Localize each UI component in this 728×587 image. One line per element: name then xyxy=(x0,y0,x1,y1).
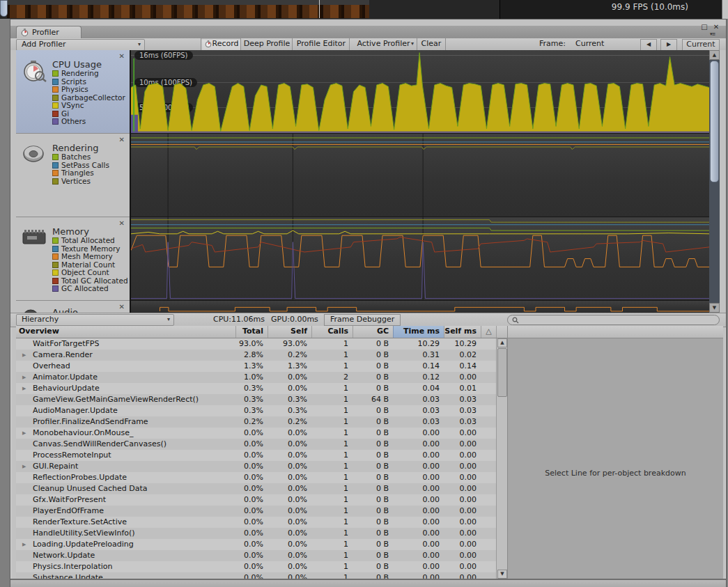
table-row[interactable]: ReflectionProbes.Update0.0%0.0%10 B0.000… xyxy=(16,472,496,483)
row-name: Loading.UpdatePreloading xyxy=(33,539,228,550)
row-time-ms: 0.12 xyxy=(393,372,444,383)
expand-arrow-icon[interactable]: ▶ xyxy=(22,539,31,550)
table-row[interactable]: ▶Animator.Update1.0%0.0%20 B0.120.00 xyxy=(16,372,496,383)
column-header-self-ms[interactable]: Self ms xyxy=(444,326,481,338)
sort-triangle-icon[interactable]: △ xyxy=(481,326,496,338)
row-self-ms: 0.00 xyxy=(444,494,481,506)
table-row[interactable]: Overhead1.3%1.3%10 B0.140.14 xyxy=(16,361,496,372)
close-icon[interactable]: ✕ xyxy=(119,303,125,311)
current-frame-button[interactable]: Current xyxy=(682,39,720,51)
row-calls: 1 xyxy=(311,461,353,472)
add-profiler-dropdown[interactable]: Add Profiler ▾ xyxy=(16,39,145,51)
row-calls: 1 xyxy=(311,439,353,450)
profile-editor-button[interactable]: Profile Editor xyxy=(292,38,350,50)
table-row[interactable]: ▶BehaviourUpdate0.3%0.0%10 B0.040.01 xyxy=(16,383,496,394)
charts-scrollbar[interactable]: ▲ ▼ xyxy=(709,50,720,313)
table-row[interactable]: ▶Monobehaviour.OnMouse_0.0%0.0%10 B0.000… xyxy=(16,428,496,439)
record-button[interactable]: Record xyxy=(201,38,242,50)
hierarchy-dropdown[interactable]: Hierarchy ▾ xyxy=(16,314,174,326)
column-header-calls[interactable]: Calls xyxy=(311,326,353,338)
legend-label: VSync xyxy=(61,101,84,109)
window-bottom-strip xyxy=(10,579,726,587)
active-profiler-dropdown[interactable]: Active Profiler ▾ xyxy=(349,38,418,50)
table-row[interactable]: Profiler.FinalizeAndSendFrame0.2%0.2%10 … xyxy=(16,416,496,428)
table-row[interactable]: AudioManager.Update0.3%0.3%10 B0.030.03 xyxy=(16,405,496,416)
clear-button[interactable]: Clear xyxy=(417,38,446,50)
search-icon xyxy=(512,317,519,324)
table-row[interactable]: ProcessRemoteInput0.0%0.0%10 B0.000.00 xyxy=(16,450,496,461)
table-row[interactable]: ▶Loading.UpdatePreloading0.0%0.0%10 B0.0… xyxy=(16,539,496,550)
cpu-chart[interactable]: 16ms (60FPS) 10ms (100FPS) 5ms (200FPS) xyxy=(131,50,709,133)
table-row[interactable]: GameView.GetMainGameViewRenderRect()0.3%… xyxy=(16,394,496,405)
expand-arrow-icon[interactable]: ▶ xyxy=(22,372,31,383)
row-calls: 1 xyxy=(311,405,353,416)
row-self-ms: 0.00 xyxy=(444,572,481,579)
scroll-up-icon[interactable]: ▲ xyxy=(709,50,720,60)
row-self: 0.0% xyxy=(268,450,311,461)
column-header-overview[interactable]: Overview xyxy=(16,326,235,338)
rendering-chart[interactable] xyxy=(131,134,709,217)
sidebar-panel-memory[interactable]: Memory ✕ Total AllocatedTexture MemoryMe… xyxy=(16,217,130,301)
table-row[interactable]: WaitForTargetFPS93.0%93.0%10 B10.2910.29 xyxy=(16,338,496,350)
close-icon[interactable]: ✕ xyxy=(119,52,125,60)
column-header-gc-alloc[interactable]: GC Alloc xyxy=(353,326,393,338)
expand-arrow-icon[interactable]: ▶ xyxy=(22,461,31,472)
sidebar-panel-rendering[interactable]: Rendering ✕ BatchesSetPass CallsTriangle… xyxy=(16,134,130,217)
table-scrollbar[interactable]: ▲ ▼ xyxy=(496,338,507,579)
column-header-total[interactable]: Total xyxy=(235,326,268,338)
sidebar-panel-audio[interactable]: Audio ✕ xyxy=(16,301,130,313)
table-row[interactable]: RenderTexture.SetActive0.0%0.0%10 B0.000… xyxy=(16,517,496,528)
tab-profiler[interactable]: Profiler xyxy=(16,26,82,39)
gpu-time-text: GPU:0.00ms xyxy=(271,315,318,324)
close-icon[interactable]: ✕ xyxy=(119,136,125,143)
column-header-self[interactable]: Self xyxy=(268,326,311,338)
arrow-right-icon: ▶ xyxy=(667,41,671,47)
table-row[interactable]: Physics.Interpolation0.0%0.0%10 B0.000.0… xyxy=(16,561,496,572)
sidebar-panel-cpu[interactable]: CPU Usage ✕ RenderingScriptsPhysicsGarba… xyxy=(16,50,130,134)
row-time-ms: 0.00 xyxy=(393,439,444,450)
table-scrollbar-thumb[interactable] xyxy=(497,348,507,397)
row-total: 93.0% xyxy=(235,338,268,350)
table-row[interactable]: Canvas.SendWillRenderCanvases()0.0%0.0%1… xyxy=(16,439,496,450)
row-time-ms: 0.31 xyxy=(393,350,444,361)
scroll-up-icon[interactable]: ▲ xyxy=(497,338,507,347)
editor-scrollbar-sliver[interactable] xyxy=(0,0,8,17)
row-total: 0.0% xyxy=(235,461,268,472)
memory-legend: Total AllocatedTexture MemoryMesh Memory… xyxy=(52,237,128,293)
search-field[interactable] xyxy=(507,315,720,325)
charts-scrollbar-thumb[interactable] xyxy=(710,61,719,182)
frame-debugger-button[interactable]: Frame Debugger xyxy=(324,314,401,326)
table-row[interactable]: HandleUtility.SetViewInfo()0.0%0.0%10 B0… xyxy=(16,528,496,539)
profiler-window: Profiler □ ✕ ▾≡ Add Profiler ▾ Record De… xyxy=(10,19,727,587)
scroll-down-icon[interactable]: ▼ xyxy=(497,570,507,579)
column-header-time-ms[interactable]: Time ms xyxy=(393,326,444,338)
window-titlebar[interactable] xyxy=(10,19,726,26)
hierarchy-stats-bar: Hierarchy ▾ CPU:11.06ms GPU:0.00ms Frame… xyxy=(10,313,726,327)
row-self: 93.0% xyxy=(268,338,311,350)
table-row[interactable]: Cleanup Unused Cached Data0.0%0.0%10 B0.… xyxy=(16,483,496,494)
search-input[interactable] xyxy=(522,315,716,324)
next-frame-button[interactable]: ▶ xyxy=(660,39,677,51)
window-menu-icon[interactable]: ▾≡ xyxy=(710,31,715,37)
table-row[interactable]: ▶GUI.Repaint0.0%0.0%10 B0.000.00 xyxy=(16,461,496,472)
expand-arrow-icon[interactable]: ▶ xyxy=(22,383,31,394)
row-total: 0.0% xyxy=(235,572,268,579)
audio-chart-sliver[interactable] xyxy=(131,301,709,313)
deep-profile-button[interactable]: Deep Profile xyxy=(240,38,293,50)
memory-chart[interactable] xyxy=(131,217,709,300)
close-icon[interactable]: ✕ xyxy=(119,219,125,227)
window-close-icon[interactable]: ✕ xyxy=(712,23,720,31)
row-gc-alloc: 0 B xyxy=(353,550,393,561)
row-calls: 1 xyxy=(311,416,353,428)
table-row[interactable]: Network.Update0.0%0.0%10 B0.000.00 xyxy=(16,550,496,561)
row-name: WaitForTargetFPS xyxy=(33,338,228,350)
scroll-down-icon[interactable]: ▼ xyxy=(709,303,720,313)
table-row[interactable]: Gfx.WaitForPresent0.0%0.0%10 B0.000.00 xyxy=(16,494,496,506)
prev-frame-button[interactable]: ◀ xyxy=(640,39,657,51)
table-row[interactable]: Substance.Update0.0%0.0%10 B0.000.00 xyxy=(16,572,496,579)
expand-arrow-icon[interactable]: ▶ xyxy=(22,428,31,439)
table-row[interactable]: ▶Camera.Render2.8%0.2%10 B0.310.02 xyxy=(16,350,496,361)
expand-arrow-icon[interactable]: ▶ xyxy=(22,350,31,361)
window-maximize-icon[interactable]: □ xyxy=(700,23,708,31)
table-row[interactable]: PlayerEndOfFrame0.0%0.0%10 B0.000.00 xyxy=(16,506,496,517)
